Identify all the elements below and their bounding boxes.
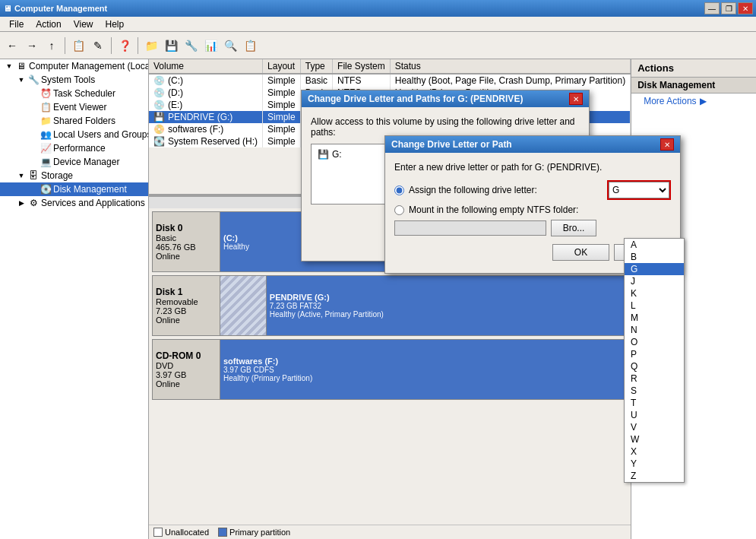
dropdown-option-X[interactable]: X xyxy=(625,445,684,458)
shared-folder-icon: 📁 xyxy=(40,115,52,127)
toolbar-help[interactable]: ❓ xyxy=(115,36,134,55)
tree-task-scheduler[interactable]: ⏰ Task Scheduler xyxy=(0,87,148,100)
menu-action[interactable]: Action xyxy=(30,17,67,31)
dialog2-description: Enter a new drive letter or path for G: … xyxy=(394,162,671,173)
toolbar-btn7[interactable]: 📊 xyxy=(201,36,220,55)
cdrom-part-f[interactable]: softwares (F:) 3.97 GB CDFS Healthy (Pri… xyxy=(220,340,627,399)
tree-services-apps[interactable]: ▶ ⚙ Services and Applications xyxy=(0,196,148,210)
col-volume[interactable]: Volume xyxy=(149,59,263,74)
tree-disk-management[interactable]: 💽 Disk Management xyxy=(0,182,148,196)
toolbar-forward[interactable]: → xyxy=(23,36,41,55)
menu-file[interactable]: File xyxy=(3,17,30,31)
dropdown-option-G[interactable]: G xyxy=(625,263,684,275)
dropdown-option-Q[interactable]: Q xyxy=(625,360,684,373)
dropdown-option-L[interactable]: L xyxy=(625,300,684,312)
legend-bar: Unallocated Primary partition xyxy=(149,525,631,539)
dropdown-option-M[interactable]: M xyxy=(625,312,684,324)
radio-assign[interactable] xyxy=(394,185,404,195)
dropdown-option-Y[interactable]: Y xyxy=(625,458,684,470)
dropdown-option-J[interactable]: J xyxy=(625,275,684,287)
toolbar-properties[interactable]: ✎ xyxy=(89,36,107,55)
disk1-type: Removable xyxy=(156,297,217,306)
tree-shared-folders[interactable]: 📁 Shared Folders xyxy=(0,114,148,128)
tree-disk-label: Disk Management xyxy=(53,184,127,195)
dialog1-drive-letter: G: xyxy=(332,149,342,160)
systemtools-icon: 🔧 xyxy=(27,74,40,86)
tree-local-users[interactable]: 👥 Local Users and Groups xyxy=(0,128,148,141)
cdrom-f-label: softwares (F:) xyxy=(223,357,624,366)
disk1-part-g[interactable]: PENDRIVE (G:) 7.23 GB FAT32 Healthy (Act… xyxy=(267,276,627,335)
cell-status: Healthy (Boot, Page File, Crash Dump, Pr… xyxy=(390,74,630,87)
cdrom-f-size: 3.97 GB CDFS xyxy=(223,366,624,374)
volume-row[interactable]: 💿(C:) Simple Basic NTFS Healthy (Boot, P… xyxy=(149,74,631,87)
tree-shared-label: Shared Folders xyxy=(53,116,115,126)
col-fs[interactable]: File System xyxy=(333,59,391,74)
dialog2-title-text: Change Drive Letter or Path xyxy=(391,139,512,150)
disk0-name: Disk 0 xyxy=(156,223,217,233)
browse-button[interactable]: Bro... xyxy=(551,220,596,236)
toolbar-btn4[interactable]: 📁 xyxy=(142,36,160,55)
disk1-g-status: Healthy (Active, Primary Partition) xyxy=(270,310,624,319)
tree-root-label: Computer Management (Local) xyxy=(29,61,149,71)
cell-layout: Simple xyxy=(263,111,301,123)
dropdown-option-O[interactable]: O xyxy=(625,336,684,348)
expander-system[interactable]: ▼ xyxy=(15,74,27,86)
col-layout[interactable]: Layout xyxy=(263,59,301,74)
minimize-button[interactable]: — xyxy=(704,2,720,14)
toolbar-up[interactable]: ↑ xyxy=(43,36,61,55)
toolbar-btn5[interactable]: 💾 xyxy=(162,36,180,55)
toolbar-sep2 xyxy=(111,37,112,54)
dropdown-option-R[interactable]: R xyxy=(625,373,684,385)
legend-unallocated-box xyxy=(153,528,163,537)
dropdown-option-S[interactable]: S xyxy=(625,385,684,397)
content-area: Volume Layout Type File System Status 💿(… xyxy=(149,59,631,539)
cell-layout: Simple xyxy=(263,99,301,111)
menu-help[interactable]: Help xyxy=(100,17,131,31)
toolbar-btn9[interactable]: 📋 xyxy=(241,36,259,55)
tree-device-manager[interactable]: 💻 Device Manager xyxy=(0,155,148,169)
dropdown-option-W[interactable]: W xyxy=(625,433,684,445)
dropdown-option-K[interactable]: K xyxy=(625,287,684,300)
main-layout: ▼ 🖥 Computer Management (Local) ▼ 🔧 Syst… xyxy=(0,59,756,539)
radio-mount[interactable] xyxy=(394,205,404,215)
more-actions-item[interactable]: More Actions ▶ xyxy=(631,94,756,109)
toolbar-back[interactable]: ← xyxy=(3,36,21,55)
devices-icon: 💻 xyxy=(40,156,52,168)
tree-system-label: System Tools xyxy=(41,75,95,85)
folder-path-input[interactable] xyxy=(394,220,546,236)
toolbar-btn6[interactable]: 🔧 xyxy=(182,36,200,55)
tree-storage[interactable]: ▼ 🗄 Storage xyxy=(0,169,148,182)
cdrom-size: 3.97 GB xyxy=(156,370,217,379)
tree-event-viewer[interactable]: 📋 Event Viewer xyxy=(0,100,148,114)
dropdown-option-T[interactable]: T xyxy=(625,397,684,409)
dialog1-list-item[interactable]: 💾 G: xyxy=(315,147,345,161)
dropdown-option-N[interactable]: N xyxy=(625,324,684,336)
dropdown-option-B[interactable]: B xyxy=(625,251,684,263)
tree-root[interactable]: ▼ 🖥 Computer Management (Local) xyxy=(0,59,148,73)
dialog1-close-button[interactable]: ✕ xyxy=(569,93,583,105)
expander-storage[interactable]: ▼ xyxy=(15,170,27,182)
dropdown-option-A[interactable]: A xyxy=(625,239,684,251)
dropdown-option-P[interactable]: P xyxy=(625,348,684,360)
close-button[interactable]: ✕ xyxy=(738,2,753,14)
expander-root[interactable]: ▼ xyxy=(3,60,15,72)
toolbar-show-hide[interactable]: 📋 xyxy=(69,36,87,55)
dropdown-option-U[interactable]: U xyxy=(625,409,684,421)
actions-header: Actions xyxy=(631,59,756,78)
disk1-unalloc xyxy=(220,276,267,335)
disk1-partitions: PENDRIVE (G:) 7.23 GB FAT32 Healthy (Act… xyxy=(220,275,628,336)
dropdown-option-Z[interactable]: Z xyxy=(625,470,684,482)
tree-system-tools[interactable]: ▼ 🔧 System Tools xyxy=(0,73,148,87)
col-type[interactable]: Type xyxy=(300,59,332,74)
menu-view[interactable]: View xyxy=(68,17,100,31)
expander-services[interactable]: ▶ xyxy=(15,197,27,209)
dialog2-close-button[interactable]: ✕ xyxy=(660,138,674,151)
toolbar-btn8[interactable]: 🔍 xyxy=(221,36,239,55)
restore-button[interactable]: ❐ xyxy=(721,2,736,14)
drive-letter-select[interactable]: G xyxy=(609,182,669,198)
dropdown-option-V[interactable]: V xyxy=(625,421,684,433)
tree-performance[interactable]: 📈 Performance xyxy=(0,141,148,155)
dialog2-ok-button[interactable]: OK xyxy=(552,244,609,261)
cdrom-status: Online xyxy=(156,379,217,388)
col-status[interactable]: Status xyxy=(390,59,630,74)
